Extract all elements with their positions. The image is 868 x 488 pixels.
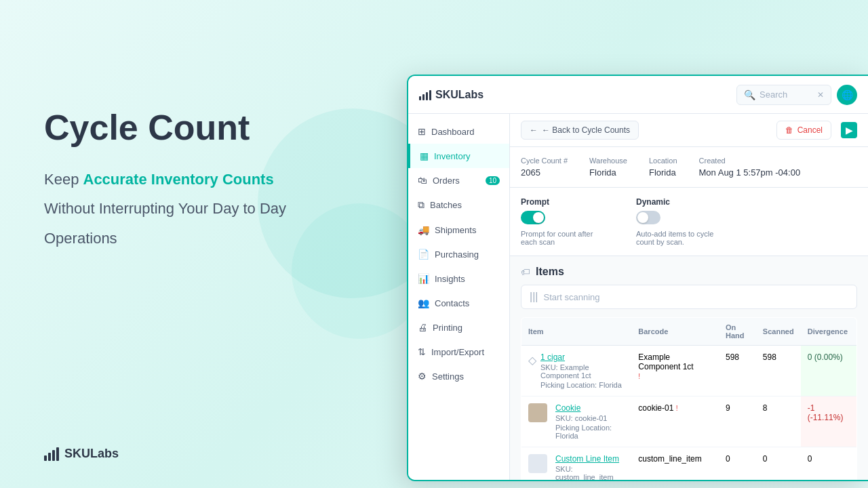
- sidebar-item-purchasing[interactable]: 📄 Purchasing: [408, 242, 509, 266]
- on-hand-cell: 9: [719, 396, 756, 447]
- location-value: Florida: [649, 167, 677, 178]
- subtitle-line3: Operations: [44, 226, 397, 250]
- sidebar-item-label: Orders: [433, 176, 460, 186]
- sidebar-item-contacts[interactable]: 👥 Contacts: [408, 291, 509, 315]
- item-thumbnail: [528, 454, 547, 473]
- globe-icon[interactable]: 🌐: [837, 85, 857, 105]
- search-box[interactable]: 🔍 Search ✕: [736, 85, 831, 105]
- item-location: Picking Location: Florida: [540, 381, 625, 389]
- sidebar-item-label: Purchasing: [435, 249, 479, 260]
- dynamic-toggle-group: Dynamic Auto-add items to cycle count by…: [636, 197, 724, 246]
- sidebar-item-import-export[interactable]: ⇅ Import/Export: [408, 340, 509, 364]
- warehouse-label: Warehouse: [589, 157, 627, 165]
- warehouse-block: Warehouse Florida: [589, 157, 627, 178]
- brand-name: SKULabs: [64, 447, 119, 461]
- bar-chart-icon: 📊: [418, 273, 429, 284]
- app-header: SKULabs 🔍 Search ✕ 🌐: [408, 76, 868, 114]
- scanned-cell: 8: [756, 396, 801, 447]
- box-icon: ▦: [420, 150, 429, 161]
- created-label: Created: [699, 157, 801, 165]
- search-icon: 🔍: [744, 89, 755, 100]
- barcode-cell: cookie-01 !: [631, 396, 719, 447]
- item-tag-icon: ◇: [528, 354, 536, 367]
- subtitle-line1: Keep Accurate Inventory Counts: [44, 167, 397, 191]
- sidebar-item-orders[interactable]: 🛍 Orders 10: [408, 168, 509, 192]
- created-value: Mon Aug 1 5:57pm -04:00: [699, 167, 801, 178]
- scan-placeholder: Start scanning: [543, 292, 599, 302]
- barcode-warning-icon: !: [638, 373, 640, 380]
- col-header-barcode: Barcode: [631, 318, 719, 346]
- cancel-button-label: Cancel: [797, 125, 823, 135]
- item-sku: SKU: Example Component 1ct: [540, 363, 625, 380]
- item-sku: SKU: cookie-01: [555, 414, 625, 422]
- table-row: Custom Line Item SKU: custom_line_item P…: [521, 447, 857, 481]
- prompt-toggle-group: Prompt Prompt for count after each scan: [521, 197, 609, 246]
- sidebar-item-settings[interactable]: ⚙ Settings: [408, 364, 509, 388]
- sidebar: ⊞ Dashboard ▦ Inventory 🛍 Orders 10 ⧉ Ba…: [408, 114, 510, 480]
- item-name-link[interactable]: 1 cigar: [540, 352, 625, 362]
- truck-icon: 🚚: [418, 224, 429, 235]
- sidebar-item-label: Contacts: [435, 298, 469, 308]
- users-icon: 👥: [418, 298, 429, 308]
- items-section: 🏷 Items ||| Start scanning Item Barcode …: [510, 256, 868, 480]
- cycle-count-info: Cycle Count # 2065 Warehouse Florida Loc…: [510, 147, 868, 188]
- sidebar-item-shipments[interactable]: 🚚 Shipments: [408, 218, 509, 242]
- divergence-cell: -1 (-11.11%): [801, 396, 857, 447]
- col-header-scanned: Scanned: [756, 318, 801, 346]
- action-button[interactable]: ▶: [841, 122, 857, 138]
- scanned-cell: 0: [756, 447, 801, 481]
- cycle-count-number-label: Cycle Count #: [521, 157, 568, 165]
- sidebar-item-printing[interactable]: 🖨 Printing: [408, 315, 509, 340]
- app-window: SKULabs 🔍 Search ✕ 🌐 ⊞ Dashboard ▦ Inven…: [407, 75, 868, 481]
- clear-search-icon[interactable]: ✕: [817, 90, 824, 100]
- page-title: Cycle Count: [44, 108, 397, 147]
- col-header-item: Item: [521, 318, 632, 346]
- sidebar-item-dashboard[interactable]: ⊞ Dashboard: [408, 119, 509, 144]
- back-arrow-icon: ←: [530, 125, 538, 135]
- dynamic-toggle[interactable]: [636, 211, 660, 224]
- sidebar-item-label: Batches: [430, 200, 462, 210]
- tag-icon: 🏷: [521, 266, 530, 277]
- sidebar-item-inventory[interactable]: ▦ Inventory: [408, 144, 509, 168]
- dynamic-desc: Auto-add items to cycle count by scan.: [636, 230, 724, 246]
- table-row: Cookie SKU: cookie-01 Picking Location: …: [521, 396, 857, 447]
- orders-badge: 10: [486, 176, 500, 185]
- prompt-toggle[interactable]: [521, 211, 545, 224]
- item-name-link[interactable]: Custom Line Item: [555, 454, 625, 464]
- location-block: Location Florida: [649, 157, 677, 178]
- top-bar: ← ← Back to Cycle Counts 🗑 Cancel ▶: [510, 114, 868, 147]
- sidebar-item-insights[interactable]: 📊 Insights: [408, 266, 509, 291]
- main-content: ← ← Back to Cycle Counts 🗑 Cancel ▶ Cycl…: [510, 114, 868, 480]
- items-table: Item Barcode On Hand Scanned Divergence: [521, 317, 857, 480]
- items-title: Items: [536, 266, 564, 278]
- shopping-bag-icon: 🛍: [418, 175, 427, 186]
- cancel-button[interactable]: 🗑 Cancel: [776, 121, 831, 140]
- item-sku: SKU: custom_line_item: [555, 465, 625, 480]
- sidebar-item-label: Printing: [433, 323, 462, 333]
- sidebar-item-label: Settings: [432, 371, 464, 382]
- scanned-cell: 598: [756, 346, 801, 396]
- back-button-label: ← Back to Cycle Counts: [542, 125, 630, 135]
- barcode-warning-icon: !: [676, 405, 678, 412]
- sidebar-item-batches[interactable]: ⧉ Batches: [408, 192, 509, 218]
- item-name-link[interactable]: Cookie: [555, 403, 625, 413]
- app-logo: SKULabs: [419, 89, 484, 101]
- col-header-divergence: Divergence: [801, 318, 857, 346]
- barcode-cell: Example Component 1ct !: [631, 346, 719, 396]
- subtitle-line2: Without Interrupting Your Day to Day: [44, 197, 397, 220]
- item-cell: ◇ 1 cigar SKU: Example Component 1ct Pic…: [521, 346, 632, 396]
- search-input[interactable]: Search: [760, 89, 813, 100]
- back-button[interactable]: ← ← Back to Cycle Counts: [521, 121, 639, 140]
- warehouse-value: Florida: [589, 167, 627, 178]
- on-hand-cell: 598: [719, 346, 756, 396]
- location-label: Location: [649, 157, 677, 165]
- cycle-count-number-value: 2065: [521, 167, 568, 178]
- scan-input[interactable]: ||| Start scanning: [521, 285, 857, 309]
- file-text-icon: 📄: [418, 249, 429, 260]
- dynamic-label: Dynamic: [636, 197, 724, 207]
- table-row: ◇ 1 cigar SKU: Example Component 1ct Pic…: [521, 346, 857, 396]
- app-logo-name: SKULabs: [435, 89, 484, 101]
- layers-icon: ⧉: [418, 199, 425, 211]
- upload-icon: ⇅: [418, 346, 426, 357]
- item-cell: Custom Line Item SKU: custom_line_item P…: [521, 447, 632, 481]
